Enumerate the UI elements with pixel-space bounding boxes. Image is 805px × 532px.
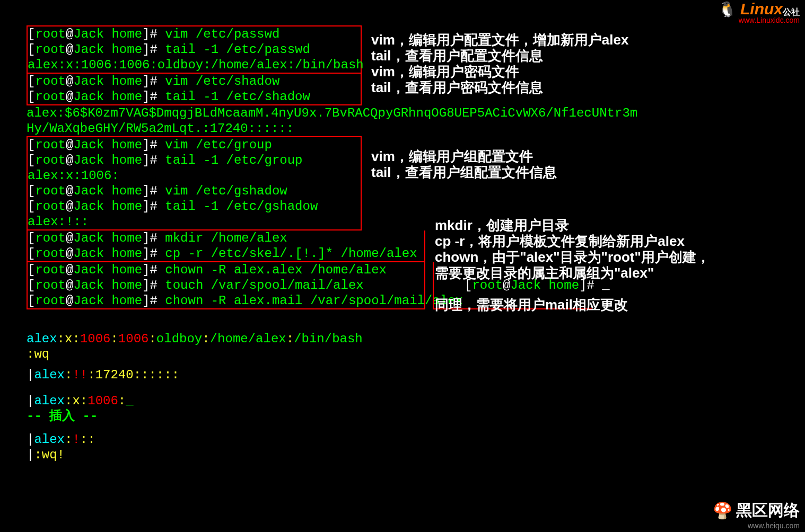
logo-brand: Linux xyxy=(740,0,783,17)
annotation-block-3: mkdir，创建用户目录 cp -r，将用户模板文件复制给新用户alex cho… xyxy=(435,217,710,281)
cmd-tail-shadow: tail -1 /etc/shadow xyxy=(165,90,310,104)
annotation-block-1: vim，编辑用户配置文件，增加新用户alex tail，查看用户配置文件信息 v… xyxy=(371,32,628,95)
annotation-chown-2: 需要更改目录的属主和属组为"alex" xyxy=(435,265,710,281)
cmd-tail-passwd: tail -1 /etc/passwd xyxy=(165,42,310,57)
annotation-cp: cp -r，将用户模板文件复制给新用户alex xyxy=(435,233,710,249)
vim-edits-section: alex:x:1006:1006:oldboy:/home/alex:/bin/… xyxy=(27,331,363,468)
vim-wq-1: :wq xyxy=(27,347,363,362)
output-passwd: alex:x:1006:1006:oldboy:/home/alex:/bin/… xyxy=(28,58,364,72)
annotation-tail-group: tail，查看用户组配置文件信息 xyxy=(371,164,557,180)
vim-wq-bang: |:wq! xyxy=(27,447,363,463)
cmd-vim-passwd: vim /etc/passwd xyxy=(165,27,279,41)
terminal-box-4: [root@Jack home]# mkdir /home/alex [root… xyxy=(27,230,425,262)
annotation-vim-passwd: vim，编辑用户配置文件，增加新用户alex xyxy=(371,32,628,48)
terminal-box-3: [root@Jack home]# vim /etc/group [root@J… xyxy=(27,136,362,230)
annotation-vim-shadow: vim，编辑用户密码文件 xyxy=(371,64,628,79)
vim-insert-mode: -- 插入 -- xyxy=(27,409,363,424)
annotation-mkdir: mkdir，创建用户目录 xyxy=(435,217,710,233)
terminal-box-2: [root@Jack home]# vim /etc/shadow [root@… xyxy=(27,74,362,105)
heiqu-brand: 黑区网络 xyxy=(736,501,800,519)
annotation-vim-group: vim，编辑用户组配置文件 xyxy=(371,148,557,164)
logo-suffix: 公社 xyxy=(783,7,800,16)
output-shadow-hash-2: Hy/WaXqbeGHY/RW5a2mLqt.:17240:::::: xyxy=(27,121,294,136)
annotation-tail-passwd: tail，查看用户配置文件信息 xyxy=(371,48,628,64)
output-shadow-hash-1: alex:$6$K0zm7VAG$DmqgjBLdMcaamM.4nyU9x.7… xyxy=(27,106,637,120)
cmd-chown-alex: chown -R alex.alex /home/alex xyxy=(165,263,387,277)
annotation-block-4: 同理，需要将用户mail相应更改 xyxy=(435,297,628,313)
cmd-vim-group: vim /etc/group xyxy=(165,138,272,152)
penguin-icon: 🐧 xyxy=(718,1,737,18)
mushroom-icon: 🍄 xyxy=(713,501,732,520)
terminal-box-1: [root@Jack home]# vim /etc/passwd [root@… xyxy=(27,25,362,74)
annotation-chown-1: chown，由于"alex"目录为"root"用户创建， xyxy=(435,249,710,265)
annotation-block-2: vim，编辑用户组配置文件 tail，查看用户组配置文件信息 xyxy=(371,148,557,180)
heiqu-url: www.heiqu.com xyxy=(713,521,800,530)
heiqu-logo: 🍄 黑区网络 www.heiqu.com xyxy=(713,500,800,530)
cmd-touch-mail: touch /var/spool/mail/alex xyxy=(165,278,363,292)
cmd-cp: cp -r /etc/skel/.[!.]* /home/alex xyxy=(165,246,417,261)
cmd-mkdir: mkdir /home/alex xyxy=(165,231,287,245)
output-gshadow: alex:!:: xyxy=(28,215,89,229)
cmd-vim-gshadow: vim /etc/gshadow xyxy=(165,184,287,198)
cmd-vim-shadow: vim /etc/shadow xyxy=(165,74,279,88)
linux-logo: 🐧 Linux公社 www.Linuxidc.com xyxy=(718,0,800,24)
annotation-mail: 同理，需要将用户mail相应更改 xyxy=(435,297,628,313)
annotation-tail-shadow: tail，查看用户密码文件信息 xyxy=(371,79,628,95)
output-group: alex:x:1006: xyxy=(28,169,119,183)
vim-group-line: |alex:x:1006:_ xyxy=(27,393,363,409)
vim-shadow-line: |alex:!!:17240:::::: xyxy=(27,367,363,383)
vim-passwd-line: alex:x:1006:1006:oldboy:/home/alex:/bin/… xyxy=(27,331,363,347)
vim-gshadow-line: |alex:!:: xyxy=(27,432,363,447)
cmd-tail-gshadow: tail -1 /etc/gshadow xyxy=(165,199,318,214)
cmd-chown-mail: chown -R alex.mail /var/spool/mail/alex xyxy=(165,294,463,308)
terminal-box-5: [root@Jack home]# chown -R alex.alex /ho… xyxy=(27,262,425,309)
cmd-tail-group: tail -1 /etc/group xyxy=(165,153,302,167)
